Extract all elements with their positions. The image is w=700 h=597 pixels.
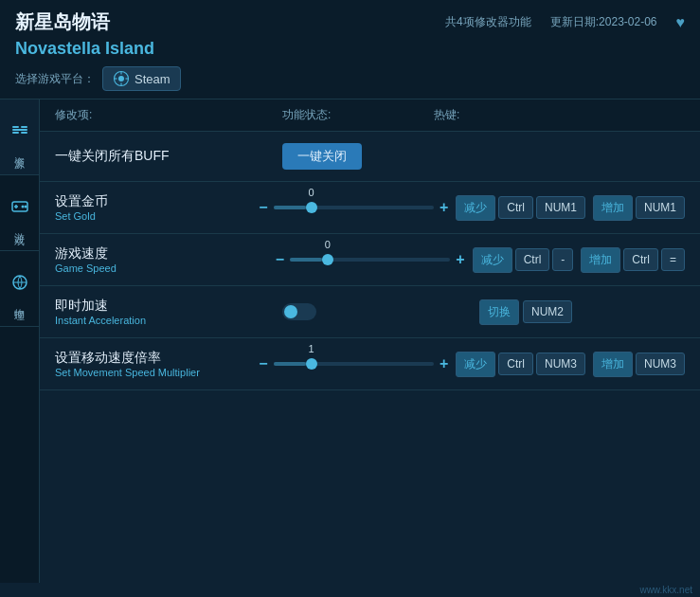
buff-toggle-button[interactable]: 一键关闭	[282, 143, 362, 170]
update-date: 更新日期:2023-02-06	[550, 14, 657, 30]
section-accel: 即时加速 Instant Acceleration 切换 NUM2	[40, 286, 700, 338]
gamespeed-dec-btn[interactable]: 减少	[473, 247, 512, 273]
section-movespeed: 设置移动速度倍率 Set Movement Speed Multiplier −…	[40, 338, 700, 390]
movespeed-ctrl-btn[interactable]: Ctrl	[498, 353, 533, 375]
movespeed-slider-value: 1	[308, 343, 314, 354]
gamespeed-name-cn: 游戏速度	[55, 245, 276, 262]
gamespeed-name-col: 游戏速度 Game Speed	[55, 245, 276, 274]
movespeed-num3-inc-btn[interactable]: NUM3	[636, 353, 685, 375]
gold-num1-dec-btn[interactable]: NUM1	[536, 196, 585, 219]
gamespeed-name-en: Game Speed	[55, 262, 276, 274]
accel-toggle-switch[interactable]	[282, 303, 316, 320]
svg-point-13	[24, 206, 27, 208]
gold-hotkey-col: 减少 Ctrl NUM1 增加 NUM1	[456, 195, 685, 221]
col-header-mod: 修改项:	[55, 107, 282, 123]
movespeed-inc-btn[interactable]: 增加	[593, 352, 633, 377]
gamespeed-slider-thumb[interactable]: 0	[322, 254, 333, 265]
movespeed-increase-icon[interactable]: +	[440, 355, 448, 372]
movespeed-num3-dec-btn[interactable]: NUM3	[536, 353, 585, 375]
row-buff: 一键关闭所有BUFF 一键关闭	[40, 132, 700, 181]
game-title-cn: 新星岛物语	[15, 9, 110, 35]
steam-platform-button[interactable]: Steam	[102, 66, 181, 91]
gamespeed-slider-col: − 0 +	[276, 251, 465, 268]
svg-rect-8	[12, 132, 19, 134]
header-top: 新星岛物语 共4项修改器功能 更新日期:2023-02-06 ♥	[15, 9, 685, 35]
accel-switch-col	[282, 303, 472, 320]
buff-status-col: 一键关闭	[282, 143, 434, 170]
row-gold: 设置金币 Set Gold − 0 +	[40, 182, 700, 233]
game-icon	[10, 197, 29, 221]
gamespeed-equals-btn[interactable]: =	[661, 248, 685, 271]
steam-icon	[113, 70, 130, 87]
gamespeed-dec-hotkeys: 减少 Ctrl -	[473, 247, 574, 273]
accel-name-en: Instant Acceleration	[55, 315, 282, 326]
gold-inc-hotkeys: 增加 NUM1	[593, 195, 685, 221]
mod-count: 共4项修改器功能	[445, 14, 531, 30]
row-movespeed: 设置移动速度倍率 Set Movement Speed Multiplier −…	[40, 338, 700, 389]
sidebar: 资源 游戏	[0, 100, 40, 583]
table-header: 修改项: 功能状态: 热键:	[40, 100, 700, 132]
movespeed-dec-hotkeys: 减少 Ctrl NUM3	[456, 352, 585, 377]
movespeed-slider-thumb[interactable]: 1	[306, 358, 317, 370]
game-title-en: Novastella Island	[15, 39, 685, 59]
gamespeed-inc-btn[interactable]: 增加	[581, 247, 620, 273]
platform-row: 选择游戏平台： Steam	[15, 66, 685, 91]
gold-ctrl-btn[interactable]: Ctrl	[498, 196, 533, 219]
accel-name-cn: 即时加速	[55, 298, 282, 315]
sidebar-physics-label: 物理	[14, 300, 25, 304]
accel-num2-btn[interactable]: NUM2	[523, 300, 572, 323]
accel-name-col: 即时加速 Instant Acceleration	[55, 298, 282, 326]
gold-dec-btn[interactable]: 减少	[456, 195, 495, 221]
gold-inc-btn[interactable]: 增加	[593, 195, 633, 221]
gold-increase-icon[interactable]: +	[440, 199, 448, 216]
movespeed-hotkey-col: 减少 Ctrl NUM3 增加 NUM3	[456, 352, 685, 377]
gold-slider-thumb[interactable]: 0	[306, 202, 317, 213]
section-gamespeed: 游戏速度 Game Speed − 0 +	[40, 234, 700, 286]
sidebar-item-resources[interactable]: 资源	[0, 100, 39, 175]
gold-slider-track[interactable]: 0	[274, 206, 434, 209]
row-accel: 即时加速 Instant Acceleration 切换 NUM2	[40, 286, 700, 337]
gold-name-cn: 设置金币	[55, 193, 259, 210]
gold-decrease-icon[interactable]: −	[259, 199, 267, 216]
movespeed-name-en: Set Movement Speed Multiplier	[55, 367, 259, 378]
gold-dec-hotkeys: 减少 Ctrl NUM1	[456, 195, 585, 221]
accel-toggle-thumb	[284, 305, 297, 318]
movespeed-slider-fill	[274, 362, 306, 366]
header-meta: 共4项修改器功能 更新日期:2023-02-06 ♥	[445, 14, 685, 31]
sidebar-item-game[interactable]: 游戏	[0, 175, 39, 251]
movespeed-name-col: 设置移动速度倍率 Set Movement Speed Multiplier	[55, 350, 259, 378]
accel-toggle-btn[interactable]: 切换	[479, 299, 519, 325]
section-buff: 一键关闭所有BUFF 一键关闭	[40, 132, 700, 182]
gamespeed-ctrl-inc-btn[interactable]: Ctrl	[623, 248, 658, 271]
steam-label: Steam	[135, 72, 171, 86]
sidebar-item-physics[interactable]: 物理	[0, 251, 39, 327]
favorite-icon[interactable]: ♥	[676, 14, 686, 31]
sidebar-game-label: 游戏	[14, 225, 25, 228]
gold-num1-inc-btn[interactable]: NUM1	[636, 196, 685, 219]
gamespeed-inc-hotkeys: 增加 Ctrl =	[581, 247, 685, 273]
svg-point-12	[21, 206, 24, 208]
gamespeed-decrease-icon[interactable]: −	[276, 251, 284, 268]
col-header-status: 功能状态:	[282, 107, 434, 123]
gamespeed-ctrl-dec-btn[interactable]: Ctrl	[515, 248, 550, 271]
gamespeed-slider-track[interactable]: 0	[290, 258, 450, 262]
main-content: 资源 游戏	[0, 100, 700, 583]
movespeed-name-cn: 设置移动速度倍率	[55, 350, 259, 367]
movespeed-slider-track[interactable]: 1	[274, 362, 434, 366]
movespeed-slider-area: − 1 +	[259, 355, 448, 372]
physics-icon	[10, 273, 29, 297]
gamespeed-slider-fill	[290, 258, 322, 262]
gold-name-col: 设置金币 Set Gold	[55, 193, 259, 222]
gold-slider-fill	[274, 206, 306, 209]
main-panel: 修改项: 功能状态: 热键: 一键关闭所有BUFF 一键关闭 设置金币 Set …	[40, 100, 700, 583]
movespeed-inc-hotkeys: 增加 NUM3	[593, 352, 685, 377]
gamespeed-increase-icon[interactable]: +	[456, 251, 464, 268]
movespeed-decrease-icon[interactable]: −	[259, 355, 267, 372]
gold-slider-area: − 0 +	[259, 199, 448, 216]
gamespeed-minus-btn[interactable]: -	[552, 248, 573, 271]
movespeed-dec-btn[interactable]: 减少	[456, 352, 495, 377]
svg-rect-6	[12, 129, 27, 131]
movespeed-slider-col: − 1 +	[259, 355, 448, 372]
col-header-hotkey: 热键:	[434, 107, 685, 123]
svg-rect-9	[21, 126, 27, 128]
